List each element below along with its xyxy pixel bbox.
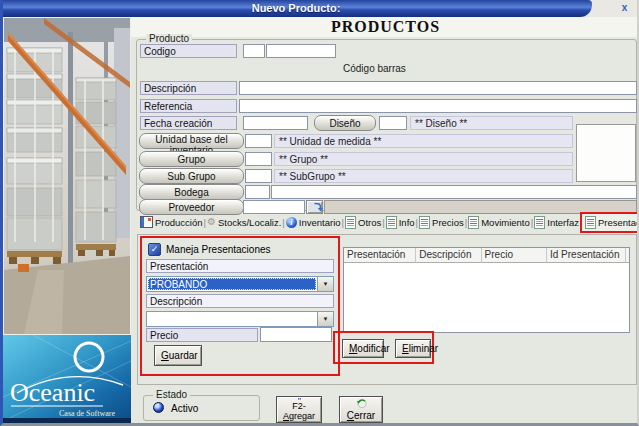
precio-label: Precio bbox=[146, 328, 258, 342]
f2-agregar-label: F2-Agregar bbox=[283, 401, 315, 421]
codigo-input-1[interactable] bbox=[243, 44, 265, 58]
precio-input[interactable] bbox=[260, 327, 332, 342]
cerrar-label: Cerrar bbox=[347, 410, 375, 421]
tab-produccion[interactable]: Producción bbox=[139, 215, 204, 229]
document-icon bbox=[345, 216, 356, 229]
eliminar-button[interactable]: Eliminar bbox=[395, 339, 431, 358]
maneja-presentaciones-row: ✓ Maneja Presentaciones bbox=[148, 243, 271, 256]
fecha-creacion-input[interactable] bbox=[243, 116, 308, 130]
document-icon bbox=[386, 216, 397, 229]
bodega-input[interactable] bbox=[271, 185, 637, 199]
guardar-button[interactable]: Guardar bbox=[154, 345, 202, 366]
codigo-barras-label: Código barras bbox=[343, 63, 406, 74]
document-icon bbox=[585, 216, 596, 229]
close-return-icon bbox=[355, 398, 368, 409]
unidad-input[interactable] bbox=[245, 134, 272, 148]
column-header-precio[interactable]: Precio bbox=[482, 248, 547, 263]
grupo-input[interactable] bbox=[245, 152, 272, 166]
modificar-button[interactable]: Modificar bbox=[342, 339, 384, 358]
fecha-creacion-label: Fecha creación bbox=[140, 116, 237, 130]
maneja-presentaciones-label: Maneja Presentaciones bbox=[166, 244, 271, 255]
maneja-presentaciones-checkbox[interactable]: ✓ bbox=[148, 243, 161, 256]
chevron-down-icon[interactable]: ▼ bbox=[317, 277, 333, 291]
descripcion-input[interactable] bbox=[239, 81, 637, 95]
form-icon bbox=[140, 216, 153, 228]
producto-group-label: Producto bbox=[146, 34, 192, 44]
tab-precios[interactable]: Precios bbox=[418, 215, 465, 230]
document-icon bbox=[468, 216, 479, 229]
subgrupo-input[interactable] bbox=[245, 169, 272, 183]
document-icon bbox=[534, 216, 545, 229]
subgrupo-hint: ** SubGrupo ** bbox=[274, 169, 573, 183]
codigo-input-2[interactable] bbox=[266, 44, 336, 58]
titlebar-pill: Nuevo Producto: bbox=[0, 0, 592, 17]
close-icon[interactable]: x bbox=[618, 2, 631, 14]
table-header-row: Presentación Descripción Precio Id Prese… bbox=[344, 248, 629, 263]
tab-strip: Producción ⚙Stocks/Localiz. iInventario … bbox=[139, 210, 639, 234]
tab-info[interactable]: Info bbox=[385, 215, 416, 230]
referencia-input[interactable] bbox=[239, 99, 637, 113]
diseno-button[interactable]: Diseño bbox=[314, 115, 376, 131]
f2-agregar-button[interactable]: F2-Agregar bbox=[276, 396, 322, 423]
diseno-input[interactable] bbox=[379, 116, 407, 130]
descripcion-pres-label: Descripción bbox=[146, 294, 334, 308]
titlebar: Nuevo Producto: x bbox=[3, 0, 637, 17]
page-title: PRODUCTOS bbox=[131, 18, 639, 36]
bodega-cod-input[interactable] bbox=[245, 185, 270, 199]
logo-tagline: Casa de Software bbox=[59, 409, 115, 418]
descripcion-combobox[interactable]: ▼ bbox=[146, 311, 334, 327]
oceanic-logo: Oceanic Casa de Software bbox=[3, 335, 131, 423]
column-header-blank bbox=[626, 248, 629, 263]
chevron-down-icon[interactable]: ▼ bbox=[317, 312, 333, 326]
column-header-presentacion[interactable]: Presentación bbox=[344, 248, 416, 263]
info-icon: i bbox=[286, 217, 297, 228]
presentacion-selected-value: PROBANDO bbox=[148, 278, 316, 290]
document-icon bbox=[419, 216, 430, 229]
column-header-id-presentacion[interactable]: Id Presentación bbox=[547, 248, 626, 263]
unidad-base-button[interactable]: Unidad base del inventario bbox=[139, 133, 244, 149]
descripcion-selected-value bbox=[148, 313, 316, 325]
cerrar-button[interactable]: Cerrar bbox=[339, 396, 383, 423]
save-floppy-icon bbox=[293, 398, 306, 400]
new-product-window: Nuevo Producto: x PRODUCTOS bbox=[0, 0, 639, 426]
product-picture-box bbox=[576, 124, 636, 182]
warehouse-photo bbox=[3, 17, 131, 335]
diseno-hint: ** Diseño ** bbox=[410, 116, 573, 130]
tab-presentaciones[interactable]: Presentaciones bbox=[580, 212, 639, 233]
gear-icon: ⚙ bbox=[207, 217, 216, 227]
presentaciones-form-panel: ✓ Maneja Presentaciones Presentación PRO… bbox=[140, 236, 340, 376]
grupo-button[interactable]: Grupo bbox=[139, 151, 244, 167]
window-title: Nuevo Producto: bbox=[0, 0, 592, 17]
referencia-label: Referencia bbox=[140, 99, 237, 113]
edit-buttons-panel: Modificar Eliminar bbox=[333, 331, 434, 364]
column-header-descripcion[interactable]: Descripción bbox=[416, 248, 481, 263]
unidad-hint: ** Unidad de medida ** bbox=[274, 134, 573, 148]
tab-stocks-localiz[interactable]: ⚙Stocks/Localiz. bbox=[206, 216, 282, 229]
logo-text: Oceanic bbox=[10, 378, 95, 407]
codigo-label: Codigo bbox=[140, 44, 237, 58]
tab-interfaz[interactable]: Interfaz bbox=[533, 215, 580, 230]
estado-value: Activo bbox=[171, 403, 198, 414]
presentacion-combobox[interactable]: PROBANDO ▼ bbox=[146, 276, 334, 292]
tab-inventario[interactable]: iInventario bbox=[285, 216, 342, 229]
subgrupo-button[interactable]: Sub Grupo bbox=[139, 168, 244, 184]
descripcion-label: Descripción bbox=[140, 81, 237, 95]
estado-activo-radio[interactable] bbox=[153, 402, 164, 413]
estado-group-label: Estado bbox=[153, 390, 190, 400]
presentacion-label: Presentación bbox=[146, 259, 334, 273]
presentaciones-table: Presentación Descripción Precio Id Prese… bbox=[343, 247, 630, 333]
grupo-hint: ** Grupo ** bbox=[274, 152, 573, 166]
tab-otros[interactable]: Otros bbox=[344, 215, 382, 230]
bodega-button[interactable]: Bodega bbox=[139, 184, 244, 200]
tab-movimiento[interactable]: Movimiento bbox=[467, 215, 531, 230]
